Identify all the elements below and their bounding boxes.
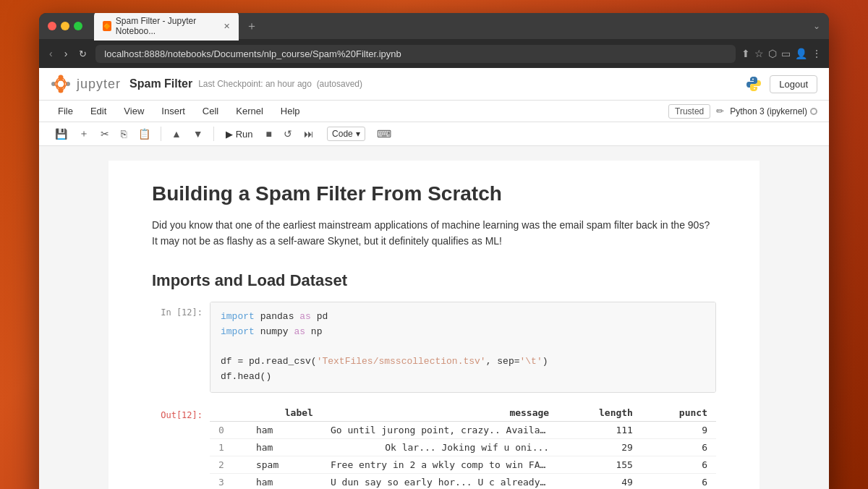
active-tab[interactable]: 🔶 Spam Filter - Jupyter Noteboo... ✕ — [94, 13, 239, 41]
restart-run-button[interactable]: ⏭ — [299, 126, 318, 142]
table-cell: ham — [247, 421, 322, 438]
notebook-toolbar: 💾 ＋ ✂ ⎘ 📋 ▲ ▼ ▶ Run ■ ↺ ⏭ Code ▾ ⌨ — [39, 122, 829, 146]
table-row: 1hamOk lar... Joking wif u oni...296 — [210, 438, 716, 456]
menu-items: File Edit View Insert Cell Kernel Help — [51, 103, 307, 119]
table-row: 3hamU dun say so early hor... U c alread… — [210, 473, 716, 489]
run-icon: ▶ — [226, 129, 233, 140]
sidebar-icon[interactable]: ▭ — [781, 48, 791, 59]
col-header-length: length — [558, 404, 642, 422]
refresh-button[interactable]: ↻ — [76, 46, 90, 62]
table-cell: Ok lar... Joking wif u oni... — [322, 438, 558, 456]
notebook-content[interactable]: Building a Spam Filter From Scratch Did … — [39, 146, 829, 489]
run-label: Run — [236, 129, 253, 140]
code-line-4: df = pd.read_csv('TextFiles/smsscollecti… — [221, 354, 705, 370]
table-cell: 6 — [642, 456, 716, 473]
fullscreen-button[interactable] — [74, 22, 82, 30]
share-icon[interactable]: ⬆ — [741, 48, 750, 59]
run-button[interactable]: ▶ Run — [220, 127, 259, 142]
menu-icon[interactable]: ⋮ — [812, 48, 822, 59]
tab-chevron-icon[interactable]: ⌄ — [813, 21, 820, 31]
toolbar-separator-2 — [213, 127, 214, 141]
jupyter-logo: jupyter — [51, 74, 121, 94]
table-row: 0hamGo until jurong point, crazy.. Avail… — [210, 421, 716, 438]
table-cell: 9 — [642, 421, 716, 438]
checkpoint-info: Last Checkpoint: an hour ago (autosaved) — [198, 79, 362, 89]
menu-edit[interactable]: Edit — [83, 103, 114, 119]
table-cell: 6 — [642, 438, 716, 456]
kernel-status-circle — [810, 108, 817, 115]
table-cell: 1 — [210, 438, 247, 456]
cell-in-label: In [12]: — [152, 302, 210, 318]
traffic-lights — [48, 22, 82, 30]
tab-area: 🔶 Spam Filter - Jupyter Noteboo... ✕ ＋ — [94, 13, 807, 41]
title-bar: 🔶 Spam Filter - Jupyter Noteboo... ✕ ＋ ⌄ — [39, 13, 829, 39]
trusted-badge[interactable]: Trusted — [668, 104, 710, 119]
address-input[interactable] — [95, 45, 736, 63]
table-cell: 155 — [558, 456, 642, 473]
copy-button[interactable]: ⎘ — [116, 126, 131, 142]
table-cell: ham — [247, 473, 322, 489]
keyboard-shortcuts-button[interactable]: ⌨ — [373, 126, 396, 142]
output-cell-12: Out[12]: label message length punct — [152, 404, 716, 489]
table-cell: 2 — [210, 456, 247, 473]
tab-favicon: 🔶 — [103, 21, 111, 31]
python-logo — [745, 75, 762, 93]
save-button[interactable]: 💾 — [51, 126, 72, 142]
table-cell: spam — [247, 456, 322, 473]
move-up-button[interactable]: ▲ — [167, 126, 186, 142]
edit-icon[interactable]: ✏ — [716, 106, 724, 116]
tab-title: Spam Filter - Jupyter Noteboo... — [116, 16, 219, 36]
notebook-inner: Building a Spam Filter From Scratch Did … — [109, 161, 760, 489]
extensions-icon[interactable]: ⬡ — [768, 48, 777, 59]
col-header-label: label — [247, 404, 322, 422]
menu-kernel[interactable]: Kernel — [229, 103, 271, 119]
toolbar-separator-1 — [161, 127, 161, 141]
jupyter-logo-icon — [51, 74, 71, 94]
code-line-2: import numpy as np — [221, 325, 705, 340]
table-cell: Go until jurong point, crazy.. Available… — [322, 421, 558, 438]
kernel-info: Python 3 (ipykernel) — [730, 106, 817, 116]
back-button[interactable]: ‹ — [46, 45, 56, 62]
cell-type-chevron: ▾ — [356, 129, 360, 139]
cut-button[interactable]: ✂ — [96, 126, 114, 142]
bookmark-icon[interactable]: ☆ — [754, 48, 764, 59]
close-button[interactable] — [48, 22, 56, 30]
kernel-label: Python 3 (ipykernel) — [730, 106, 807, 116]
section1-title: Imports and Load Dataset — [152, 271, 716, 290]
table-cell: Free entry in 2 a wkly comp to win FA Cu… — [322, 456, 558, 473]
stop-button[interactable]: ■ — [262, 126, 276, 142]
profile-icon[interactable]: 👤 — [795, 48, 807, 59]
logout-button[interactable]: Logout — [770, 75, 817, 93]
output-table: label message length punct 0hamGo until … — [210, 404, 716, 489]
jupyter-branding: jupyter Spam Filter Last Checkpoint: an … — [51, 74, 362, 94]
table-header-row: label message length punct — [210, 404, 716, 422]
menu-file[interactable]: File — [51, 103, 80, 119]
jupyter-header: jupyter Spam Filter Last Checkpoint: an … — [39, 68, 829, 101]
add-cell-button[interactable]: ＋ — [75, 125, 93, 143]
paste-button[interactable]: 📋 — [134, 126, 155, 142]
browser-toolbar-icons: ⬆ ☆ ⬡ ▭ 👤 ⋮ — [741, 48, 822, 59]
forward-button[interactable]: › — [61, 45, 71, 62]
code-cell-12: In [12]: import pandas as pd import nump… — [152, 302, 716, 393]
notebook-main-title: Building a Spam Filter From Scratch — [152, 182, 716, 205]
col-header-index — [210, 404, 247, 422]
notebook-filename[interactable]: Spam Filter — [129, 77, 192, 90]
code-cell-content[interactable]: import pandas as pd import numpy as np d… — [210, 302, 716, 393]
notebook-chrome: jupyter Spam Filter Last Checkpoint: an … — [39, 68, 829, 489]
menu-right: Trusted ✏ Python 3 (ipykernel) — [668, 104, 817, 119]
menu-cell[interactable]: Cell — [195, 103, 226, 119]
menu-view[interactable]: View — [116, 103, 151, 119]
svg-point-6 — [55, 77, 67, 91]
tab-close-icon[interactable]: ✕ — [224, 22, 230, 31]
menu-insert[interactable]: Insert — [154, 103, 192, 119]
move-down-button[interactable]: ▼ — [189, 126, 208, 142]
menu-bar: File Edit View Insert Cell Kernel Help T… — [39, 101, 829, 122]
code-lines: import pandas as pd import numpy as np d… — [210, 302, 715, 392]
minimize-button[interactable] — [61, 22, 69, 30]
table-cell: 29 — [558, 438, 642, 456]
new-tab-button[interactable]: ＋ — [242, 19, 262, 34]
restart-button[interactable]: ↺ — [279, 126, 297, 142]
menu-help[interactable]: Help — [273, 103, 307, 119]
cell-type-selector[interactable]: Code ▾ — [327, 127, 365, 141]
table-cell: 111 — [558, 421, 642, 438]
